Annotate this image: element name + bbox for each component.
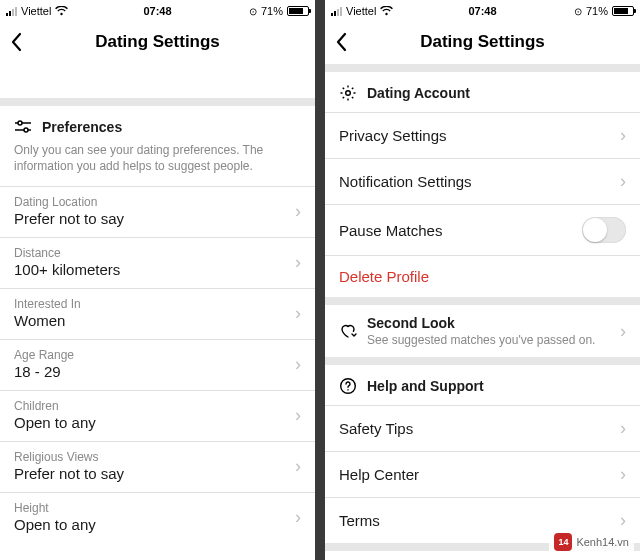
row-help-center[interactable]: Help Center › — [325, 452, 640, 497]
divider — [0, 98, 315, 106]
divider — [325, 357, 640, 365]
left-screen: Viettel 07:48 ⊙ 71% Dating Settings Pref… — [0, 0, 315, 560]
question-icon — [339, 377, 357, 395]
row-religious-views[interactable]: Religious ViewsPrefer not to say › — [0, 442, 315, 492]
row-children[interactable]: ChildrenOpen to any › — [0, 391, 315, 441]
right-screen: Viettel 07:48 ⊙ 71% Dating Settings Dati… — [325, 0, 640, 560]
help-support-label: Help and Support — [367, 378, 484, 394]
status-bar: Viettel 07:48 ⊙ 71% — [0, 0, 315, 20]
page-title: Dating Settings — [335, 32, 630, 52]
signal-icon — [6, 7, 17, 16]
battery-icon — [612, 6, 634, 16]
carrier-label: Viettel — [346, 5, 376, 17]
row-second-look[interactable]: Second Look See suggested matches you've… — [325, 305, 640, 357]
chevron-right-icon: › — [620, 510, 626, 531]
chevron-right-icon: › — [620, 125, 626, 146]
chevron-right-icon: › — [620, 321, 626, 342]
signal-icon — [331, 7, 342, 16]
divider — [325, 297, 640, 305]
row-interested-in[interactable]: Interested InWomen › — [0, 289, 315, 339]
battery-pct: 71% — [261, 5, 283, 17]
gear-icon — [339, 84, 357, 102]
chevron-right-icon: › — [620, 418, 626, 439]
chevron-right-icon: › — [620, 171, 626, 192]
page-title: Dating Settings — [10, 32, 305, 52]
status-bar: Viettel 07:48 ⊙ 71% — [325, 0, 640, 20]
watermark-badge: 14 — [554, 533, 572, 551]
nav-bar: Dating Settings — [325, 20, 640, 64]
dating-account-label: Dating Account — [367, 85, 470, 101]
row-delete-profile[interactable]: Delete Profile — [325, 256, 640, 297]
row-age-range[interactable]: Age Range18 - 29 › — [0, 340, 315, 390]
svg-point-1 — [18, 121, 22, 125]
chevron-right-icon: › — [295, 354, 301, 375]
chevron-right-icon: › — [295, 456, 301, 477]
help-support-header: Help and Support — [325, 365, 640, 405]
row-pause-matches: Pause Matches — [325, 205, 640, 255]
watermark: 14 Kenh14.vn — [549, 530, 634, 554]
wifi-icon — [55, 6, 68, 16]
svg-point-3 — [24, 128, 28, 132]
battery-pct: 71% — [586, 5, 608, 17]
preferences-subtext: Only you can see your dating preferences… — [0, 142, 315, 186]
chevron-right-icon: › — [295, 201, 301, 222]
preferences-header: Preferences — [0, 106, 315, 142]
row-height[interactable]: HeightOpen to any › — [0, 493, 315, 543]
svg-point-4 — [346, 91, 351, 96]
row-safety-tips[interactable]: Safety Tips › — [325, 406, 640, 451]
dating-account-header: Dating Account — [325, 72, 640, 112]
chevron-right-icon: › — [620, 464, 626, 485]
carrier-label: Viettel — [21, 5, 51, 17]
row-distance[interactable]: Distance100+ kilometers › — [0, 238, 315, 288]
row-privacy-settings[interactable]: Privacy Settings › — [325, 113, 640, 158]
clock: 07:48 — [468, 5, 496, 17]
nav-bar: Dating Settings — [0, 20, 315, 64]
heart-refresh-icon — [339, 323, 357, 339]
row-notification-settings[interactable]: Notification Settings › — [325, 159, 640, 204]
watermark-text: Kenh14.vn — [576, 536, 629, 548]
chevron-right-icon: › — [295, 252, 301, 273]
row-dating-location[interactable]: Dating LocationPrefer not to say › — [0, 187, 315, 237]
divider — [325, 64, 640, 72]
chevron-right-icon: › — [295, 405, 301, 426]
alarm-icon: ⊙ — [249, 6, 257, 17]
chevron-right-icon: › — [295, 507, 301, 528]
pause-matches-toggle[interactable] — [582, 217, 626, 243]
chevron-right-icon: › — [295, 303, 301, 324]
clock: 07:48 — [143, 5, 171, 17]
preferences-label: Preferences — [42, 119, 122, 135]
alarm-icon: ⊙ — [574, 6, 582, 17]
wifi-icon — [380, 6, 393, 16]
battery-icon — [287, 6, 309, 16]
sliders-icon — [14, 118, 32, 136]
